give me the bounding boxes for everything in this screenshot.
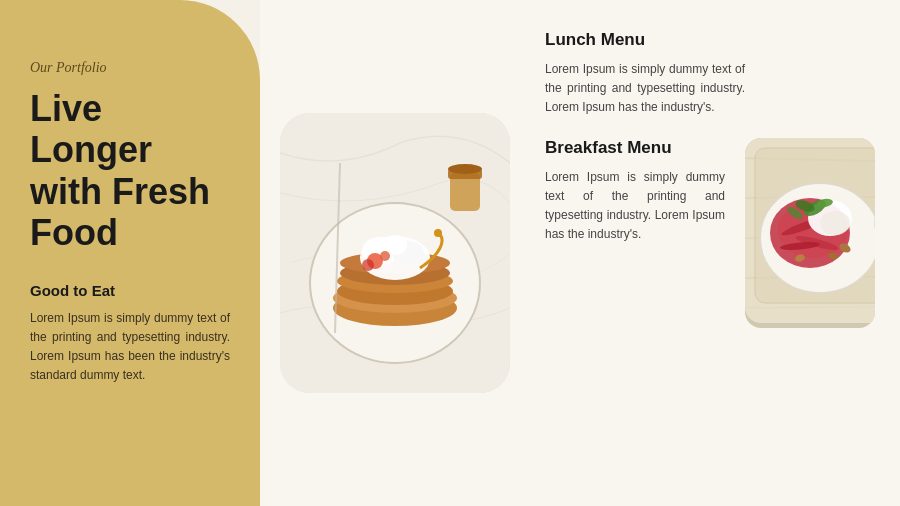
portfolio-label: Our Portfolio [30,60,230,76]
svg-point-12 [434,229,442,237]
lunch-menu-section: Lunch Menu Lorem Ipsum is simply dummy t… [545,30,875,138]
breakfast-menu-section: Breakfast Menu Lorem Ipsum is simply dum… [545,138,725,245]
salad-image [745,138,875,328]
svg-point-34 [820,211,850,235]
svg-point-18 [362,259,374,271]
lunch-menu-text: Lorem Ipsum is simply dummy text of the … [545,60,745,118]
lunch-menu-title: Lunch Menu [545,30,875,50]
right-content: Lunch Menu Lorem Ipsum is simply dummy t… [545,30,875,476]
breakfast-menu-text: Lorem Ipsum is simply dummy text of the … [545,168,725,245]
section-title: Good to Eat [30,282,230,299]
breakfast-menu-title: Breakfast Menu [545,138,725,158]
sidebar-description: Lorem Ipsum is simply dummy text of the … [30,309,230,386]
svg-point-15 [448,164,482,174]
pancake-image [280,113,510,393]
sidebar-title: Live Longer with Fresh Food [30,88,230,254]
svg-point-19 [380,251,390,261]
main-food-image-column [275,30,515,476]
main-content: Lunch Menu Lorem Ipsum is simply dummy t… [260,0,900,506]
bottom-row: Breakfast Menu Lorem Ipsum is simply dum… [545,138,875,476]
sidebar: Our Portfolio Live Longer with Fresh Foo… [0,0,260,506]
